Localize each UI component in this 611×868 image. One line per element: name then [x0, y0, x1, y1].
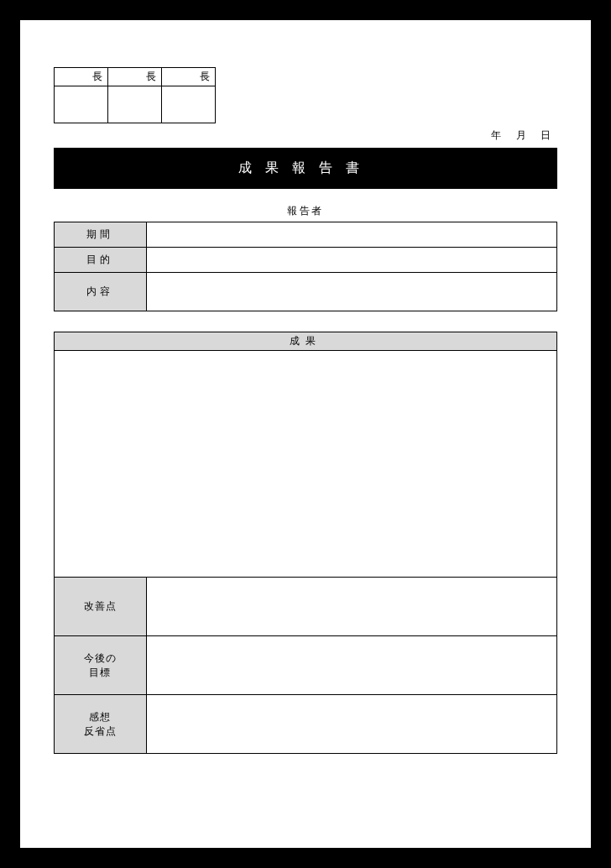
result-table: 成果 改善点 今後の 目標 感想 反省点 — [54, 332, 557, 754]
date-year-label: 年 — [491, 129, 504, 141]
approval-header-1: 長 — [55, 68, 108, 86]
label-thoughts-line2: 反省点 — [84, 725, 118, 737]
field-future[interactable] — [147, 636, 557, 695]
field-thoughts[interactable] — [147, 695, 557, 754]
approval-cell-2[interactable] — [108, 86, 162, 123]
label-thoughts: 感想 反省点 — [55, 695, 147, 754]
label-period: 期間 — [55, 222, 147, 248]
field-improve[interactable] — [147, 578, 557, 636]
field-purpose[interactable] — [147, 248, 557, 273]
label-purpose: 目的 — [55, 248, 147, 273]
label-content: 内容 — [55, 273, 147, 311]
approval-header-2: 長 — [108, 68, 162, 86]
page: 長 長 長 年 月 日 成果報告書 報告者 期間 目的 内容 — [20, 20, 591, 848]
field-period[interactable] — [147, 222, 557, 248]
label-improve: 改善点 — [55, 578, 147, 636]
label-future: 今後の 目標 — [55, 636, 147, 695]
date-line: 年 月 日 — [54, 128, 554, 143]
label-thoughts-line1: 感想 — [89, 711, 111, 723]
date-day-label: 日 — [540, 129, 554, 141]
field-content[interactable] — [147, 273, 557, 311]
label-future-line2: 目標 — [89, 667, 111, 678]
approval-cell-3[interactable] — [162, 86, 216, 123]
field-result[interactable] — [55, 351, 557, 578]
approval-header-3: 長 — [162, 68, 216, 86]
date-month-label: 月 — [516, 129, 530, 141]
document-title: 成果報告書 — [54, 148, 557, 189]
reporter-label: 報告者 — [54, 204, 557, 218]
header-info-table: 期間 目的 内容 — [54, 222, 557, 311]
label-future-line1: 今後の — [84, 652, 118, 664]
label-result: 成果 — [55, 332, 557, 351]
approval-stamp-table: 長 長 長 — [54, 67, 216, 123]
approval-cell-1[interactable] — [55, 86, 108, 123]
